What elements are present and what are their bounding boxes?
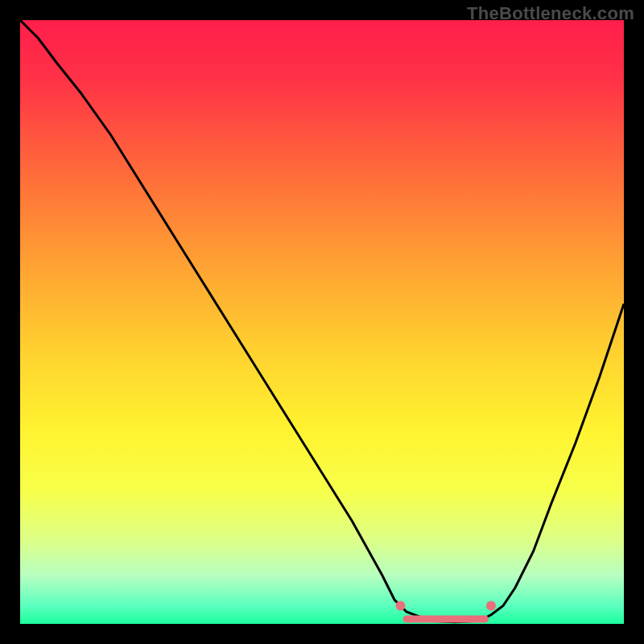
chart-frame: TheBottleneck.com: [0, 0, 644, 644]
optimal-range-start-dot: [396, 601, 406, 611]
bottleneck-curve: [20, 20, 624, 622]
plot-area: [20, 20, 624, 624]
optimal-range-end-dot: [486, 601, 496, 611]
watermark-text: TheBottleneck.com: [467, 3, 634, 24]
series-group: [20, 20, 624, 622]
marker-group: [396, 601, 496, 611]
curve-layer: [20, 20, 624, 624]
